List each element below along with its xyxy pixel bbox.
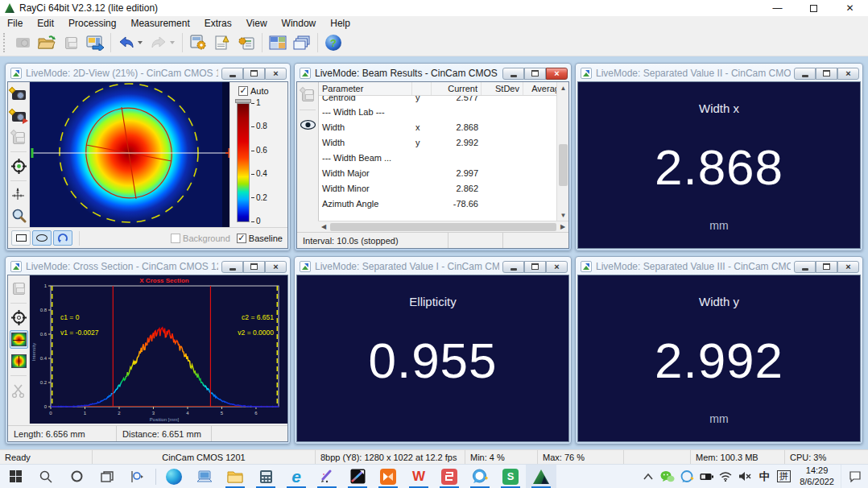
wps-office-icon[interactable]: W [403,465,434,488]
battery-tray-icon[interactable] [696,465,716,488]
beam-2d-image[interactable] [30,82,236,229]
window-titlebar[interactable]: LiveMode: Separated Value II - CinCam CM… [577,65,861,81]
zoom-magnifier-icon[interactable] [10,207,28,225]
redo-dropdown-caret[interactable] [170,41,175,44]
save-snapshot-icon[interactable] [10,129,28,147]
table-row[interactable]: Azimuth Angle -78.66 [319,196,568,211]
y-cross-section-icon[interactable] [10,352,28,370]
rotate-button[interactable] [53,230,72,246]
language-indicator[interactable]: 中 [754,465,774,488]
background-checkbox[interactable] [171,234,180,243]
table-header[interactable]: Parameter Current StDev Average [319,82,568,96]
visibility-eye-icon[interactable] [299,115,317,134]
scroll-right-arrow[interactable]: ▶ [557,221,568,233]
maximize-button[interactable] [524,68,546,80]
x-cross-section-icon[interactable] [10,330,28,349]
video-player-app-icon[interactable] [373,465,403,488]
maximize-button[interactable] [243,68,265,80]
vertical-scrollbar[interactable]: ▲ ▼ [556,82,568,221]
cross-section-plot[interactable]: X Cross Section Intensity Position [mm] … [30,275,287,424]
close-button[interactable]: × [546,261,568,273]
settings-icon[interactable] [186,32,210,53]
centroid-target-icon[interactable] [10,308,28,327]
ime-indicator[interactable]: 拼 [774,465,793,488]
app-maximize-button[interactable] [796,0,832,16]
table-row[interactable]: --- Width Lab --- [319,104,568,119]
window-titlebar[interactable]: LiveMode: Beam Results - CinCam CMOS 120… [296,65,569,81]
table-row[interactable]: Centroid y 2.577 [319,96,568,104]
colorbar-gradient[interactable] [237,103,250,222]
maximize-button[interactable] [524,261,546,273]
minimize-button[interactable] [221,68,243,80]
maximize-button[interactable] [243,261,265,273]
color-prism-app-icon[interactable] [342,465,373,488]
tile-windows-icon[interactable] [266,32,290,53]
report-icon[interactable] [210,32,234,53]
wifi-tray-icon[interactable] [716,465,735,488]
menu-help[interactable]: Help [323,18,358,29]
centroid-target-icon[interactable] [10,157,28,175]
scroll-left-arrow[interactable]: ◀ [318,221,329,233]
notification-center-icon[interactable] [841,465,868,488]
cascade-windows-icon[interactable] [290,32,314,53]
save-icon[interactable] [59,32,83,53]
minimize-button[interactable] [794,261,816,273]
col-current[interactable]: Current [432,82,482,95]
menu-measurement[interactable]: Measurement [123,18,196,29]
baseline-checkbox[interactable] [237,234,246,243]
capture-to-view-icon[interactable] [10,107,28,125]
red-utility-app-icon[interactable] [434,465,465,488]
table-row[interactable]: Width x 2.868 [319,119,568,134]
table-row[interactable]: Width Minor 2.862 [319,180,568,196]
app-minimize-button[interactable]: — [759,0,796,16]
redo-button[interactable] [147,32,179,53]
file-explorer-icon[interactable] [220,465,250,488]
axes-icon[interactable] [10,186,28,204]
maximize-button[interactable] [816,68,837,80]
window-titlebar[interactable]: LiveMode: Separated Value III - CinCam C… [577,258,861,275]
green-s-app-icon[interactable]: S [495,465,526,488]
ellipse-select-button[interactable] [32,230,52,246]
internet-explorer-icon[interactable]: e [281,465,312,488]
edge-browser-icon[interactable] [159,465,189,488]
start-button[interactable] [0,465,31,488]
camera-connect-icon[interactable] [10,32,35,53]
chat-messenger-icon[interactable] [465,465,495,488]
undo-dropdown-caret[interactable] [138,41,143,44]
tray-expand-chevron-icon[interactable] [639,465,658,488]
volume-muted-tray-icon[interactable] [735,465,754,488]
menu-extras[interactable]: Extras [197,18,239,29]
snapshot-camera-icon[interactable] [10,86,28,104]
app-close-button[interactable]: ✕ [832,0,868,16]
cut-scissors-icon[interactable] [10,381,28,399]
window-titlebar[interactable]: LiveMode: 2D-View (21%) - CinCam CMOS 12… [7,65,288,81]
window-titlebar[interactable]: LiveMode: Separated Value I - CinCam CMO… [296,258,569,275]
scroll-up-arrow[interactable]: ▲ [557,82,569,93]
screen-capture-tool-icon[interactable] [122,465,153,488]
close-button[interactable]: × [265,68,287,80]
open-file-icon[interactable] [35,32,59,53]
taskbar-clock[interactable]: 14:29 8/6/2022 [793,465,841,488]
preferences-icon[interactable] [234,32,258,53]
table-row[interactable]: Width Major 2.997 [319,165,568,180]
close-button[interactable]: × [546,68,568,80]
pen-drawing-tool-icon[interactable] [312,465,342,488]
wechat-tray-icon[interactable] [658,465,677,488]
scrollbar-thumb[interactable] [559,144,568,186]
menu-view[interactable]: View [239,18,275,29]
table-row[interactable]: --- Width Beam ... [319,150,568,165]
menu-window[interactable]: Window [275,18,324,29]
menu-file[interactable]: File [0,18,30,29]
search-icon[interactable] [31,465,61,488]
maximize-button[interactable] [816,261,837,273]
minimize-button[interactable] [221,261,243,273]
task-view-icon[interactable] [92,465,122,488]
minimize-button[interactable] [794,68,816,80]
save-icon[interactable] [10,279,28,298]
results-table[interactable]: Parameter Current StDev Average Centroid… [318,82,568,221]
scroll-down-arrow[interactable]: ▼ [557,209,569,221]
help-icon[interactable]: ? [321,32,345,53]
col-parameter[interactable]: Parameter [319,82,412,95]
window-titlebar[interactable]: LiveMode: Cross Section - CinCam CMOS 12… [7,258,288,275]
horizontal-scrollbar[interactable]: ◀ ▶ [318,221,568,232]
